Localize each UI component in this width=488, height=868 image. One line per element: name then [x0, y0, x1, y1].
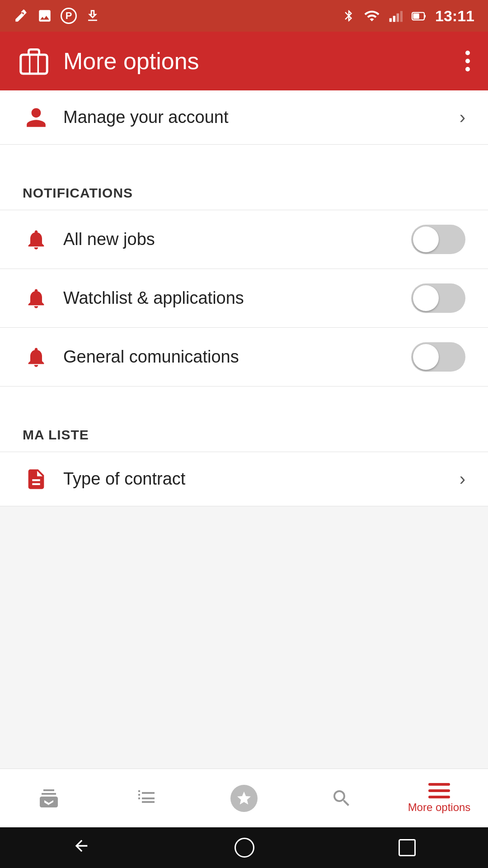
chevron-right-contract-icon: ›: [460, 469, 465, 489]
saved-circle-icon: [230, 785, 258, 812]
bottom-nav: More options: [0, 769, 488, 827]
signal-icon: [388, 9, 403, 23]
nav-item-list[interactable]: [110, 788, 183, 809]
type-of-contract-item[interactable]: Type of contract ›: [0, 452, 488, 506]
jobs-nav-icon: [38, 788, 60, 809]
more-options-button[interactable]: [465, 51, 470, 71]
notifications-section-header: NOTIFICATIONS: [0, 163, 488, 210]
document-icon: [23, 467, 50, 491]
manage-account-label: Manage your account: [63, 108, 460, 127]
android-home-button[interactable]: [235, 838, 254, 858]
general-comunications-item[interactable]: General comunications: [0, 328, 488, 387]
status-bar-left-icons: P: [14, 8, 100, 24]
general-comunications-label: General comunications: [63, 347, 411, 367]
nav-item-saved[interactable]: [208, 785, 280, 812]
bluetooth-icon: [342, 9, 356, 23]
battery-icon: [411, 8, 427, 24]
ma-liste-section-title: MA LISTE: [23, 427, 89, 442]
watchlist-applications-toggle[interactable]: [411, 283, 465, 313]
svg-rect-8: [21, 55, 47, 74]
general-comunications-toggle[interactable]: [411, 342, 465, 372]
all-new-jobs-item[interactable]: All new jobs: [0, 210, 488, 269]
chevron-right-icon: ›: [460, 107, 465, 127]
android-back-button[interactable]: [72, 837, 90, 859]
status-time: 13:11: [435, 7, 474, 25]
svg-rect-1: [393, 16, 395, 22]
bell-icon-general: [23, 345, 50, 369]
type-of-contract-label: Type of contract: [63, 469, 460, 489]
bell-icon-watchlist: [23, 287, 50, 310]
app-bar: More options: [0, 32, 488, 90]
all-new-jobs-label: All new jobs: [63, 230, 411, 249]
parking-icon: P: [61, 8, 77, 24]
svg-rect-7: [21, 55, 47, 74]
nav-item-more-options[interactable]: More options: [403, 783, 475, 814]
manage-account-item[interactable]: Manage your account ›: [0, 90, 488, 145]
search-nav-icon: [331, 788, 352, 809]
svg-rect-0: [389, 18, 392, 22]
person-icon: [23, 106, 50, 129]
svg-rect-2: [397, 14, 399, 22]
download-icon: [85, 8, 100, 24]
nav-item-search[interactable]: [305, 788, 378, 809]
nav-item-jobs[interactable]: [13, 788, 85, 809]
watchlist-applications-item[interactable]: Watchlist & applications: [0, 269, 488, 328]
bell-icon-jobs: [23, 228, 50, 251]
app-logo-icon: [18, 45, 50, 77]
ma-liste-section-header: MA LISTE: [0, 405, 488, 452]
image-icon: [37, 8, 52, 24]
section-spacer-notifications: [0, 145, 488, 163]
status-bar: P 13:11: [0, 0, 488, 32]
notifications-section-title: NOTIFICATIONS: [23, 185, 133, 200]
all-new-jobs-toggle[interactable]: [411, 225, 465, 254]
list-nav-icon: [136, 788, 157, 809]
more-options-nav-label: More options: [408, 801, 471, 814]
watchlist-applications-label: Watchlist & applications: [63, 288, 411, 308]
status-bar-right-icons: 13:11: [342, 7, 474, 25]
wifi-icon: [364, 8, 380, 24]
more-options-nav-icon: [428, 783, 450, 798]
android-recents-button[interactable]: [399, 839, 416, 856]
android-nav-bar: [0, 827, 488, 868]
section-spacer-ma-liste: [0, 387, 488, 405]
svg-rect-3: [400, 11, 403, 22]
svg-rect-5: [413, 14, 419, 19]
wrench-icon: [14, 8, 29, 24]
svg-rect-6: [424, 15, 426, 18]
app-bar-title: More options: [63, 47, 452, 75]
